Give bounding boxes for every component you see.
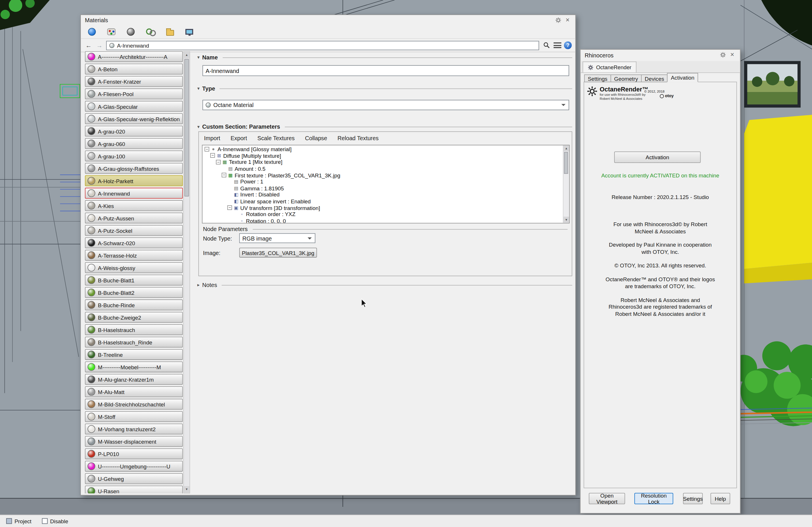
- tree-row[interactable]: Power : 1: [202, 179, 562, 185]
- parameters-toolbar-button[interactable]: Export: [230, 135, 247, 141]
- tree-row[interactable]: Amount : 0.5: [202, 165, 562, 172]
- material-list-item[interactable]: A-Putz-Sockel: [85, 225, 183, 236]
- octane-tab[interactable]: Devices: [641, 74, 668, 82]
- folder-icon[interactable]: [166, 30, 174, 35]
- material-list-item[interactable]: M-Vorhang tranzluzent2: [85, 423, 183, 434]
- type-section-header[interactable]: Type: [197, 85, 572, 92]
- material-list-item[interactable]: A-Fliesen-Pool: [85, 89, 183, 100]
- material-list-item[interactable]: B-Haselstrauch: [85, 324, 183, 335]
- material-list-item[interactable]: M----------Moebel----------M: [85, 361, 183, 372]
- material-list-item[interactable]: A-Putz-Aussen: [85, 213, 183, 224]
- material-list-item[interactable]: B-Buche-Rinde: [85, 299, 183, 311]
- tree-row[interactable]: Diffuse [Multiply texture]: [202, 152, 562, 159]
- scroll-down-icon[interactable]: [563, 216, 569, 223]
- tree-expander-icon[interactable]: [216, 160, 221, 164]
- material-list-item[interactable]: P-LP010: [85, 448, 183, 459]
- close-icon[interactable]: [728, 51, 736, 59]
- material-list-item[interactable]: A-Schwarz-020: [85, 237, 183, 249]
- tree-row[interactable]: Invert : Disabled: [202, 192, 562, 198]
- search-icon[interactable]: [542, 41, 551, 50]
- close-icon[interactable]: [564, 16, 571, 24]
- gear-icon[interactable]: [719, 51, 726, 59]
- monitor-icon[interactable]: [185, 29, 193, 35]
- tree-expander-icon[interactable]: [210, 153, 215, 158]
- material-list-item[interactable]: A----------Architektur----------A: [85, 51, 183, 62]
- link-icon[interactable]: [146, 29, 155, 35]
- tab-octane-render[interactable]: OctaneRender: [583, 61, 637, 72]
- material-list-item[interactable]: A-Glas-Specular-wenig-Reflektion: [85, 114, 183, 124]
- parameters-toolbar-button[interactable]: Collapse: [305, 135, 327, 141]
- scroll-up-icon[interactable]: [184, 51, 190, 58]
- parameters-toolbar-button[interactable]: Reload Textures: [337, 135, 379, 141]
- node-type-dropdown[interactable]: RGB image: [240, 234, 316, 243]
- material-list-item[interactable]: U----------Umgebung-----------U: [85, 461, 183, 472]
- tree-row[interactable]: Texture 1 [Mix texture]: [202, 159, 562, 166]
- material-list-item[interactable]: M-Bild-Streichholzschachtel: [85, 398, 183, 410]
- material-list-item[interactable]: A-Grau-glossy-Raffstores: [85, 163, 183, 174]
- footer-button[interactable]: Open Viewport: [589, 493, 625, 504]
- material-list-item[interactable]: A-grau-060: [85, 138, 183, 149]
- material-list-item[interactable]: A-Terrasse-Holz: [85, 250, 183, 261]
- material-list-item[interactable]: A-Weiss-glossy: [85, 262, 183, 273]
- material-list-item[interactable]: B-Buche-Blatt2: [85, 287, 183, 298]
- scrollbar-thumb[interactable]: [184, 59, 189, 196]
- material-list-item[interactable]: A-Glas-Specular: [85, 101, 183, 112]
- material-list-item[interactable]: A-grau-020: [85, 126, 183, 137]
- tree-row[interactable]: A-Innenwand [Glossy material]: [202, 146, 562, 153]
- tree-row[interactable]: Gamma : 1.81905: [202, 185, 562, 192]
- footer-button[interactable]: Resolution Lock: [634, 493, 673, 504]
- disable-checkbox[interactable]: [42, 518, 48, 524]
- material-list-scrollbar[interactable]: [183, 51, 190, 494]
- tree-row[interactable]: UV transform [3D transformation]: [202, 205, 562, 211]
- scroll-down-icon[interactable]: [184, 486, 190, 493]
- hamburger-menu-icon[interactable]: [553, 42, 561, 48]
- material-list-item[interactable]: B-Haselstrauch_Rinde: [85, 337, 183, 348]
- footer-button[interactable]: Help: [711, 493, 730, 504]
- parameters-section-header[interactable]: Custom Section: Parameters: [197, 123, 572, 130]
- tree-scrollbar[interactable]: [563, 145, 569, 223]
- name-section-header[interactable]: Name: [197, 54, 572, 61]
- footer-button[interactable]: Settings: [683, 493, 702, 504]
- scroll-up-icon[interactable]: [563, 145, 569, 152]
- material-list-item[interactable]: M-Stoff: [85, 411, 183, 422]
- tree-expander-icon[interactable]: [227, 205, 232, 210]
- material-list-item[interactable]: B-Treeline: [85, 349, 183, 360]
- material-list-item[interactable]: A-Kies: [85, 200, 183, 211]
- octane-tab[interactable]: Activation: [667, 73, 698, 82]
- image-file-button[interactable]: Plaster35_COL_VAR1_3K.jpg: [240, 248, 317, 258]
- octane-tab[interactable]: Geometry: [610, 74, 642, 82]
- notes-section-header[interactable]: Notes: [197, 281, 572, 288]
- tree-expander-icon[interactable]: [204, 147, 209, 151]
- tree-row[interactable]: First texture : Plaster35_COL_VAR1_3K.jp…: [202, 172, 562, 179]
- back-arrow-icon[interactable]: [84, 41, 93, 50]
- material-list-item[interactable]: B-Buche-Blatt1: [85, 275, 183, 286]
- material-list-item[interactable]: A-Beton: [85, 64, 183, 75]
- material-list-item[interactable]: A-Innenwand: [85, 188, 183, 199]
- breadcrumb[interactable]: A-Innenwand: [106, 41, 539, 50]
- project-checkbox[interactable]: [6, 518, 12, 524]
- octane-tab[interactable]: Settings: [584, 74, 611, 82]
- material-list-item[interactable]: U-Gehweg: [85, 473, 183, 484]
- material-list-item[interactable]: M-Wasser-displacement: [85, 436, 183, 447]
- material-list-item[interactable]: M-Alu-Matt: [85, 386, 183, 397]
- palette-icon[interactable]: [107, 29, 116, 35]
- activation-button[interactable]: Activation: [614, 151, 700, 163]
- tree-row[interactable]: Linear space invert : Enabled: [202, 198, 562, 205]
- tree-row[interactable]: Rotation : 0, 0, 0: [202, 217, 562, 224]
- parameters-toolbar-button[interactable]: Scale Textures: [257, 135, 294, 141]
- gear-icon[interactable]: [555, 16, 562, 24]
- tree-expander-icon[interactable]: [222, 173, 227, 177]
- forward-arrow-icon[interactable]: [95, 41, 104, 50]
- material-list-item[interactable]: A-Holz-Parkett: [85, 175, 183, 186]
- material-list-item[interactable]: M-Alu-glanz-Kratzer1m: [85, 374, 183, 385]
- scrollbar-thumb[interactable]: [564, 152, 568, 174]
- help-icon[interactable]: [564, 41, 572, 49]
- material-list-item[interactable]: A-Fenster-Kratzer: [85, 76, 183, 87]
- tree-row[interactable]: Rotation order : YXZ: [202, 211, 562, 217]
- render-globe-icon[interactable]: [88, 28, 96, 36]
- material-list-item[interactable]: B-Buche-Zweige2: [85, 312, 183, 323]
- material-type-dropdown[interactable]: Octane Material: [202, 100, 569, 110]
- parameters-toolbar-button[interactable]: Import: [204, 135, 220, 141]
- material-list-item[interactable]: U-Rasen: [85, 486, 183, 494]
- material-sphere-icon[interactable]: [127, 28, 134, 36]
